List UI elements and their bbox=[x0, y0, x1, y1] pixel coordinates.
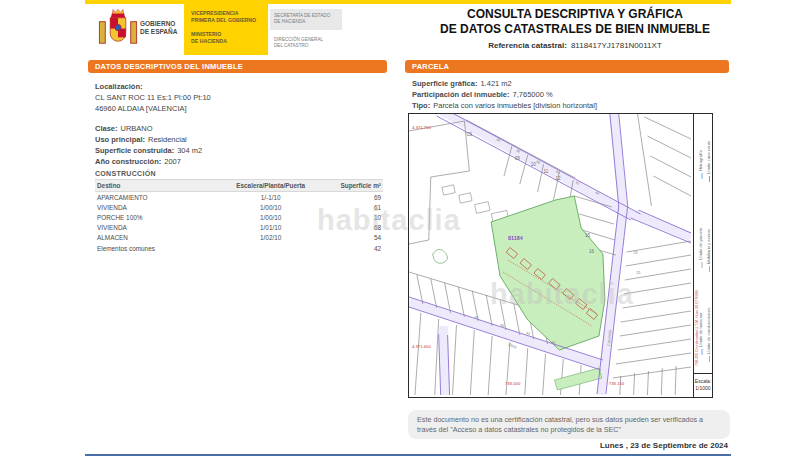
uso-label: Uso principal: bbox=[95, 135, 145, 144]
cadastral-map-box: 4.371.700 4.371.600 738.000 738.150 8118… bbox=[408, 113, 713, 398]
construccion-title: CONSTRUCCIÓN bbox=[95, 170, 156, 177]
coord-bottom-1: 738.000 bbox=[505, 381, 521, 386]
anio-value: 2007 bbox=[164, 157, 181, 166]
col-superficie: Superficie m² bbox=[325, 180, 383, 192]
green-zone-strip bbox=[554, 368, 601, 390]
dept1-line2: PRIMERA DEL GOBIERNO bbox=[191, 17, 268, 24]
field-uso: Uso principal:Residencial bbox=[95, 135, 187, 144]
cell-superficie: 42 bbox=[325, 243, 383, 253]
cell-epp: 1/02/10 bbox=[216, 233, 325, 243]
tipo-label: Tipo: bbox=[412, 101, 430, 110]
table-row: VIVIENDA1/00/1061 bbox=[95, 202, 383, 212]
legend-items: Hidrografía Límite zona verde Límite de … bbox=[698, 140, 711, 354]
building-outlines bbox=[442, 185, 509, 224]
parcel-label: C9 bbox=[466, 132, 472, 137]
title-line-2: DE DATOS CATASTRALES DE BIEN INMUEBLE bbox=[420, 22, 730, 37]
cell-superficie: 68 bbox=[325, 223, 383, 233]
house-number: 23 bbox=[634, 251, 638, 255]
sec-line2: DE HACIENDA bbox=[274, 19, 342, 25]
gov-direccion-general: DIRECCIÓN GENERAL DEL CATASTRO bbox=[274, 37, 323, 49]
parcel-label: 16 bbox=[589, 249, 594, 254]
superficie-value: 304 m2 bbox=[177, 146, 202, 155]
superficie-label: Superficie construida: bbox=[95, 146, 174, 155]
gov-secretaria-gray-box: SECRETARÍA DE ESTADO DE HACIENDA bbox=[270, 9, 342, 30]
gov-name-line1: GOBIERNO bbox=[140, 20, 177, 28]
green-zone-blob bbox=[433, 249, 448, 263]
field-localizacion-label: Localización: bbox=[95, 82, 146, 91]
legend-labels: Hidrografía Límite zona verde Límite de … bbox=[694, 114, 713, 372]
field-superficie-grafica: Superficie gráfica:1.421 m2 bbox=[412, 79, 512, 88]
col-destino: Destino bbox=[95, 180, 216, 192]
legend-limite-construcciones: Límite de construcciones bbox=[706, 308, 711, 354]
cell-epp: 1/00/10 bbox=[216, 202, 325, 212]
tipo-value: Parcela con varios inmuebles [division h… bbox=[433, 101, 597, 110]
cell-epp bbox=[216, 243, 325, 253]
title-line-1: CONSULTA DESCRIPTIVA Y GRÁFICA bbox=[420, 7, 730, 22]
field-participacion: Participación del inmueble:7,765000 % bbox=[412, 90, 553, 99]
parcel-label: 11 bbox=[544, 169, 549, 174]
right-panel-header: PARCELA bbox=[405, 60, 729, 73]
gov-name-line2: DE ESPAÑA bbox=[140, 28, 177, 36]
gov-dept-1: VICEPRESIDENCIA PRIMERA DEL GOBIERNO bbox=[191, 10, 268, 23]
cell-epp: 1/00/10 bbox=[216, 212, 325, 222]
ref-value: 8118417YJ1781N0011XT bbox=[571, 41, 662, 50]
anio-label: Año construcción: bbox=[95, 157, 161, 166]
cadastral-map: 4.371.700 4.371.600 738.000 738.150 8118… bbox=[409, 114, 691, 396]
document-title: CONSULTA DESCRIPTIVA Y GRÁFICA DE DATOS … bbox=[420, 7, 730, 50]
gov-dept-2: MINISTERIO DE HACIENDA bbox=[191, 31, 268, 44]
map-legend: Hidrografía Límite zona verde Límite de … bbox=[693, 114, 712, 397]
address-line-1: CL SANT ROC 11 Es:1 Pl:00 Pt:10 bbox=[95, 93, 211, 102]
cell-epp: 1/-1/10 bbox=[216, 192, 325, 203]
parcel-id-label: 81184 bbox=[508, 235, 524, 241]
gov-name: GOBIERNO DE ESPAÑA bbox=[140, 20, 177, 36]
spain-coat-of-arms-icon bbox=[98, 8, 138, 53]
table-row: VIVIENDA1/01/1068 bbox=[95, 223, 383, 233]
clase-value: URBANO bbox=[121, 124, 153, 133]
bottom-blue-line bbox=[85, 454, 731, 456]
construccion-table: Destino Escalera/Planta/Puerta Superfici… bbox=[95, 179, 383, 253]
cell-epp: 1/01/10 bbox=[216, 223, 325, 233]
gov-department-yellow-box: VICEPRESIDENCIA PRIMERA DEL GOBIERNO MIN… bbox=[184, 4, 268, 55]
cadastral-document: GOBIERNO DE ESPAÑA VICEPRESIDENCIA PRIME… bbox=[85, 0, 731, 458]
legend-zona-verde: Límite zona verde bbox=[706, 140, 711, 174]
scale-box: Escala: 1/1000 bbox=[694, 373, 712, 397]
field-anio: Año construcción:2007 bbox=[95, 157, 181, 166]
table-row: APARCAMIENTO1/-1/1069 bbox=[95, 192, 383, 203]
cell-destino: VIVIENDA bbox=[95, 223, 216, 233]
cell-superficie: 69 bbox=[325, 192, 383, 203]
document-date: Lunes , 23 de Septiembre de 2024 bbox=[600, 441, 728, 450]
field-tipo: Tipo:Parcela con varios inmuebles [divis… bbox=[412, 101, 597, 110]
legend-limite-parcela: Límite de parcela bbox=[698, 227, 703, 260]
cell-superficie: 61 bbox=[325, 202, 383, 212]
table-header-row: Destino Escalera/Planta/Puerta Superfici… bbox=[95, 180, 383, 192]
field-superficie: Superficie construida:304 m2 bbox=[95, 146, 202, 155]
address-line-2: 46960 ALDAIA [VALENCIA] bbox=[95, 104, 187, 113]
cell-superficie: 10 bbox=[325, 212, 383, 222]
dept2-line2: DE HACIENDA bbox=[191, 38, 268, 45]
cell-destino: PORCHE 100% bbox=[95, 212, 216, 222]
sup-grafica-value: 1.421 m2 bbox=[480, 79, 511, 88]
highlighted-parcel bbox=[491, 196, 605, 350]
legend-mobiliario: Mobiliario y aceras bbox=[706, 229, 711, 264]
table-row: ALMACEN1/02/1054 bbox=[95, 233, 383, 243]
parcel-label: 09 bbox=[515, 156, 520, 161]
coord-bottom-left: 4.371.600 bbox=[412, 344, 432, 349]
table-row: Elementos comunes42 bbox=[95, 243, 383, 253]
table-row: PORCHE 100%1/00/1010 bbox=[95, 212, 383, 222]
cell-destino: ALMACEN bbox=[95, 233, 216, 243]
col-escalera: Escalera/Planta/Puerta bbox=[216, 180, 325, 192]
house-number: 25 bbox=[637, 271, 641, 275]
cell-destino: APARCAMIENTO bbox=[95, 192, 216, 203]
dir-line2: DEL CATASTRO bbox=[274, 43, 323, 49]
legend-limite-mascara: Límite de mascara bbox=[698, 312, 703, 347]
parcel-label: 12 bbox=[555, 176, 560, 181]
legend-hidrografia: Hidrografía bbox=[698, 150, 703, 171]
cell-destino: VIVIENDA bbox=[95, 202, 216, 212]
disclaimer-box: Este documento no es una certificación c… bbox=[408, 410, 730, 439]
referencia-catastral: Referencia catastral:8118417YJ1781N0011X… bbox=[420, 41, 730, 50]
coord-bottom-2: 738.150 bbox=[609, 381, 625, 386]
participacion-label: Participación del inmueble: bbox=[412, 90, 510, 99]
left-panel-header: DATOS DESCRIPTIVOS DEL INMUEBLE bbox=[88, 60, 387, 73]
clase-label: Clase: bbox=[95, 124, 118, 133]
localizacion-label: Localización: bbox=[95, 82, 143, 91]
